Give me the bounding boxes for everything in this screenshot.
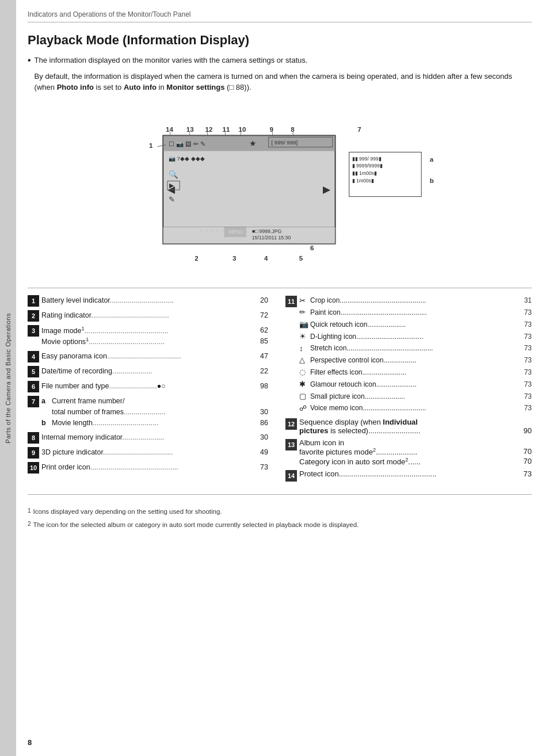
intro-line1: The information displayed on the monitor…: [35, 55, 532, 66]
intro-bullet: • The information displayed on the monit…: [28, 55, 532, 105]
footer-divider: [28, 494, 532, 495]
icon-row-glamour: ✱ Glamour retouch icon..................…: [299, 379, 532, 391]
item-row-12: 12 Sequence display (when Individualpict…: [285, 418, 532, 435]
item-row-8: 8 Internal memory indicator.............…: [28, 432, 268, 444]
item-row-2: 2 Rating indicator......................…: [28, 310, 268, 322]
svg-text:▮ 9999/9999▮: ▮ 9999/9999▮: [352, 163, 383, 169]
svg-text:▮▮ 999/ 999▮: ▮▮ 999/ 999▮: [352, 155, 382, 161]
svg-text:■□ 9999.JPG: ■□ 9999.JPG: [252, 228, 282, 234]
item-row-5: 5 Date/time of recording................…: [28, 366, 268, 377]
glamour-icon: ✱: [299, 379, 308, 391]
item-row-1: 1 Battery level indicator...............…: [28, 295, 268, 307]
item-num-9: 9: [28, 447, 39, 459]
icon-row-stretch: ↕ Stretch icon..........................…: [299, 343, 532, 355]
svg-text:6: 6: [310, 245, 314, 251]
item-row-4: 4 Easy panorama icon....................…: [28, 351, 268, 362]
svg-text:3: 3: [232, 254, 237, 261]
svg-text:a: a: [430, 155, 434, 162]
main-content: Indicators and Operations of the Monitor…: [16, 0, 549, 756]
svg-text:☐ 📷 🖼 ✏ ✎: ☐ 📷 🖼 ✏ ✎: [169, 140, 205, 147]
intro-text-block: The information displayed on the monitor…: [35, 55, 532, 105]
svg-text:11: 11: [223, 125, 230, 132]
table-divider: [28, 288, 532, 288]
right-column: 11 ✂ Crop icon..........................…: [280, 295, 532, 486]
svg-text:▶: ▶: [169, 182, 174, 189]
item-num-4: 4: [28, 351, 39, 362]
perspective-icon: △: [299, 354, 308, 366]
item-row-7: 7 a Current frame number/total number of…: [28, 396, 268, 428]
icon-row-voice-memo: ☍ Voice memo icon.......................…: [299, 403, 532, 415]
breadcrumb-text: Indicators and Operations of the Monitor…: [28, 10, 191, 18]
item-content-4: Easy panorama icon......................…: [41, 351, 268, 362]
svg-text:1: 1: [149, 142, 153, 148]
footnote-1: 1 Icons displayed vary depending on the …: [28, 506, 532, 517]
icon-row-dlighting: ☀ D-Lighting icon.......................…: [299, 331, 532, 343]
item-num-2: 2: [28, 310, 39, 322]
svg-text:15/11/2011  15:30: 15/11/2011 15:30: [252, 235, 291, 240]
item-row-9: 9 3D picture indicator..................…: [28, 447, 268, 459]
svg-text:▮       1m00s▮: ▮ 1m00s▮: [352, 177, 374, 183]
svg-text:🔍: 🔍: [169, 169, 178, 179]
side-tab-text: Parts of the Camera and Basic Operations: [5, 313, 12, 444]
svg-text:▮▮     1m00s▮: ▮▮ 1m00s▮: [352, 170, 377, 176]
svg-text:12: 12: [205, 125, 213, 132]
footnote-num-2: 2: [28, 520, 31, 530]
voice-memo-icon: ☍: [299, 403, 308, 415]
icon-row-paint: ✏ Paint icon............................…: [299, 307, 532, 319]
svg-text:b: b: [430, 177, 434, 184]
small-picture-icon: ▢: [299, 391, 308, 403]
stretch-label: Stretch icon............................…: [310, 343, 523, 354]
item-content-6: File number and type....................…: [41, 381, 268, 392]
svg-text:10: 10: [239, 125, 246, 132]
page-header: Indicators and Operations of the Monitor…: [28, 10, 532, 22]
item-num-12: 12: [285, 418, 297, 430]
svg-text:[ 999/ 999]: [ 999/ 999]: [272, 139, 298, 145]
svg-text:7: 7: [357, 125, 361, 132]
item-content-9: 3D picture indicator....................…: [41, 447, 268, 458]
small-picture-page: 73: [524, 391, 532, 402]
items-table: 1 Battery level indicator...............…: [28, 295, 532, 486]
footnote-text-2: The icon for the selected album or categ…: [33, 520, 359, 530]
dlighting-label: D-Lighting icon.........................…: [310, 331, 523, 342]
item-num-1: 1: [28, 295, 39, 307]
footnote-num-1: 1: [28, 506, 31, 517]
item-content-3: Image mode1.............................…: [41, 325, 268, 348]
item-num-8: 8: [28, 432, 39, 444]
item-row-14: 14 Protect icon.........................…: [285, 469, 532, 482]
item-content-7: a Current frame number/total number of f…: [41, 396, 268, 428]
svg-text:✎: ✎: [169, 196, 175, 204]
item-content-11: ✂ Crop icon.............................…: [299, 295, 532, 415]
voice-memo-page: 73: [524, 403, 532, 414]
svg-text:★: ★: [249, 139, 257, 147]
item-row-10: 10 Print order icon.....................…: [28, 462, 268, 474]
item-content-8: Internal memory indicator...............…: [41, 432, 268, 443]
stretch-icon: ↕: [299, 343, 308, 355]
item-row-13: 13 Album icon in favorite pictures mode2…: [285, 438, 532, 466]
bullet-dot: •: [28, 55, 31, 67]
quick-retouch-page: 73: [524, 319, 532, 330]
diagram-svg: ☐ 📷 🖼 ✏ ✎ ★ [ 999/ 999] ◀ ▶ 📷 7◆◆ ◆◆◆: [84, 110, 475, 272]
item-content-10: Print order icon........................…: [41, 462, 268, 473]
perspective-page: 73: [524, 355, 532, 366]
svg-text:9: 9: [270, 125, 274, 132]
small-picture-label: Small picture icon.....................: [310, 391, 523, 402]
item-content-14: Protect icon............................…: [299, 469, 532, 478]
section-title: Playback Mode (Information Display): [28, 33, 532, 48]
item-num-6: 6: [28, 381, 39, 392]
item-num-14: 14: [285, 470, 297, 482]
glamour-page: 73: [524, 379, 532, 390]
footnotes: 1 Icons displayed vary depending on the …: [28, 506, 532, 530]
filter-effects-label: Filter effects icon.....................…: [310, 367, 523, 378]
item-num-10: 10: [28, 462, 39, 474]
icon-row-quick-retouch: 📷 Quick retouch icon....................…: [299, 319, 532, 331]
item-content-1: Battery level indicator.................…: [41, 295, 268, 306]
page-container: Parts of the Camera and Basic Operations…: [0, 0, 549, 756]
quick-retouch-icon: 📷: [299, 319, 308, 331]
paint-page: 73: [524, 307, 532, 318]
item-row-3: 3 Image mode1...........................…: [28, 325, 268, 348]
crop-page: 31: [524, 295, 532, 306]
perspective-label: Perspective control icon................…: [310, 355, 523, 366]
icon-row-small-picture: ▢ Small picture icon....................…: [299, 391, 532, 403]
left-column: 1 Battery level indicator...............…: [28, 295, 280, 486]
voice-memo-label: Voice memo icon.........................…: [310, 403, 523, 414]
